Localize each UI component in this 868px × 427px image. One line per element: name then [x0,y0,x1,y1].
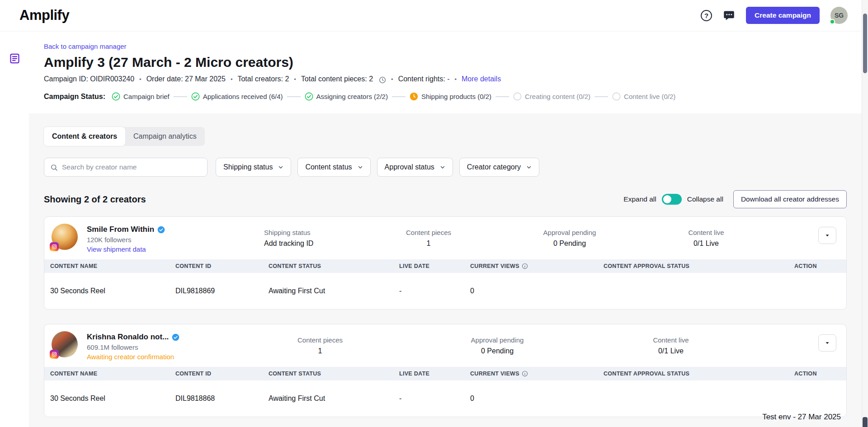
step-connector [287,96,301,97]
creator-card: Smile From Within 120K followers View sh… [44,216,847,310]
shipping-status-filter[interactable]: Shipping status [216,158,291,177]
column-header-content-status: CONTENT STATUS [269,371,399,377]
content-pieces-stat: Content pieces 1 [286,336,354,355]
cell-content-id: DIL9818868 [175,394,269,403]
stat-value: 0 Pending [461,347,533,355]
campaign-header: Back to campaign manager Amplify 3 (27 M… [29,31,862,113]
creator-summary-row: Smile From Within 120K followers View sh… [44,217,846,259]
chevron-down-icon [526,164,532,170]
column-header-content-id: CONTENT ID [175,263,269,269]
content-live-stat: Content live 0/1 Live [670,229,742,248]
column-header-current-views: CURRENT VIEWS [470,263,604,269]
info-icon [522,263,528,269]
step-assigning-creators: Assigning creators (2/2) [305,92,388,101]
check-circle-icon [191,92,200,101]
more-details-link[interactable]: More details [462,75,501,83]
content-status-filter[interactable]: Content status [297,158,370,177]
meta-separator: • [139,76,142,83]
vertical-scrollbar[interactable] [862,0,868,427]
main-content: Back to campaign manager Amplify 3 (27 M… [29,31,862,427]
stat-label: Shipping status [264,229,313,236]
sidebar [0,31,29,427]
results-count: Showing 2 of 2 creators [44,194,146,205]
download-creator-addresses-button[interactable]: Download all creator addresses [733,190,847,208]
collapse-card-button[interactable] [818,334,836,352]
empty-circle-icon [513,92,522,101]
expand-all-label: Expand all [623,195,656,203]
stat-value: 0/1 Live [670,239,742,248]
step-label: Assigning creators (2/2) [316,93,388,100]
empty-circle-icon [612,92,621,101]
column-header-content-name: CONTENT NAME [50,263,175,269]
stat-label: Content pieces [395,229,462,236]
create-campaign-button[interactable]: Create campaign [746,7,820,24]
content-table-header: CONTENT NAME CONTENT ID CONTENT STATUS L… [44,259,846,273]
content-table-header: CONTENT NAME CONTENT ID CONTENT STATUS L… [44,367,846,380]
stat-value: 0 Pending [533,239,606,248]
filter-label: Shipping status [223,163,273,171]
clock-icon [410,92,418,101]
chat-icon[interactable] [723,9,735,22]
step-shipping-products: Shipping products (0/2) [410,92,491,101]
toggle-knob [663,195,671,203]
step-creating-content: Creating content (0/2) [513,92,590,101]
campaign-status-label: Campaign Status: [44,93,105,101]
column-header-live-date: LIVE DATE [399,371,470,377]
chevron-down-icon [278,164,283,170]
step-campaign-brief: Campaign brief [112,92,170,101]
step-label: Shipping products (0/2) [421,93,491,100]
campaign-manager-nav-icon[interactable] [8,52,21,65]
search-input[interactable] [62,163,201,171]
total-creators: Total creators: 2 [237,75,289,83]
help-icon[interactable]: ? [701,10,712,21]
check-circle-icon [305,92,313,101]
caret-down-icon [824,232,830,239]
user-avatar[interactable]: SG [830,7,848,24]
stat-value: 0/1 Live [635,347,707,355]
approval-pending-stat: Approval pending 0 Pending [461,336,533,355]
chevron-down-icon [358,164,363,170]
creator-card: Krishna Ronaldo not... 609.1M followers … [44,324,847,417]
creator-name: Krishna Ronaldo not... [87,333,169,342]
cell-content-status: Awaiting First Cut [269,287,399,295]
add-tracking-id-link[interactable]: Add tracking ID [264,239,313,248]
cell-content-status: Awaiting First Cut [269,394,399,403]
verified-badge-icon [157,226,165,234]
column-header-action: ACTION [794,371,846,377]
content-row: 30 Seconds Reel DIL9818869 Awaiting Firs… [44,273,846,309]
column-header-approval-status: CONTENT APPROVAL STATUS [604,263,794,269]
approval-status-filter[interactable]: Approval status [377,158,453,177]
view-shipment-data-link[interactable]: View shipment data [87,245,146,253]
list-controls-row: Showing 2 of 2 creators Expand all Colla… [44,190,847,208]
caret-down-icon [824,340,830,346]
pending-clock-icon [379,76,386,84]
creator-avatar [52,224,78,250]
scrollbar-thumb[interactable] [863,14,867,73]
creator-summary-row: Krishna Ronaldo not... 609.1M followers … [44,324,846,367]
step-applications-received: Applications received (6/4) [191,92,283,101]
step-connector [495,96,509,97]
collapse-card-button[interactable] [818,227,836,244]
content-row: 30 Seconds Reel DIL9818868 Awaiting Firs… [44,380,846,417]
creator-category-filter[interactable]: Creator category [459,158,539,177]
list-controls-right: Expand all Collapse all Download all cre… [623,190,847,208]
step-connector [392,96,406,97]
filter-label: Content status [305,163,352,171]
creator-search[interactable] [44,158,208,177]
expand-collapse-toggle[interactable] [662,194,682,205]
content-area: Content & creators Campaign analytics Sh… [29,113,862,417]
instagram-icon [50,350,59,359]
tab-content-and-creators[interactable]: Content & creators [44,127,125,146]
app-logo[interactable]: Amplify [19,7,69,23]
step-label: Campaign brief [123,93,170,100]
tab-group: Content & creators Campaign analytics [44,127,205,146]
content-pieces-stat: Content pieces 1 [395,229,462,248]
campaign-meta-row: Campaign ID: OIDIR003240 • Order date: 2… [44,75,844,83]
order-date: Order date: 27 Mar 2025 [146,75,226,83]
back-to-campaign-manager-link[interactable]: Back to campaign manager [44,42,127,50]
campaign-status-row: Campaign Status: Campaign brief Applicat… [44,92,844,101]
tab-campaign-analytics[interactable]: Campaign analytics [125,127,205,146]
step-label: Content live (0/2) [624,93,675,100]
cell-content-name: 30 Seconds Reel [50,394,175,403]
scrollbar-bottom-segment[interactable] [863,417,868,427]
